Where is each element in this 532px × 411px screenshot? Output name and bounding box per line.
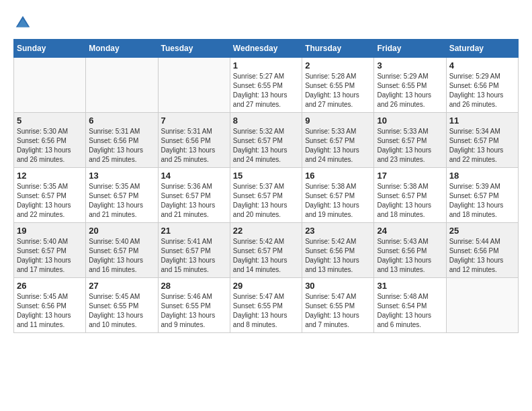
calendar-cell: 17Sunrise: 5:38 AM Sunset: 6:57 PM Dayli… <box>374 168 446 223</box>
day-number: 7 <box>161 116 227 126</box>
calendar-week-row: 26Sunrise: 5:45 AM Sunset: 6:56 PM Dayli… <box>14 278 519 333</box>
weekday-header: Friday <box>374 40 446 58</box>
calendar-cell <box>158 58 230 113</box>
day-number: 23 <box>305 226 371 236</box>
day-info: Sunrise: 5:33 AM Sunset: 6:57 PM Dayligh… <box>305 127 371 165</box>
calendar-week-row: 12Sunrise: 5:35 AM Sunset: 6:57 PM Dayli… <box>14 168 519 223</box>
day-info: Sunrise: 5:33 AM Sunset: 6:57 PM Dayligh… <box>377 127 443 165</box>
logo <box>13 13 35 32</box>
calendar-cell: 16Sunrise: 5:38 AM Sunset: 6:57 PM Dayli… <box>302 168 374 223</box>
weekday-header: Sunday <box>14 40 86 58</box>
calendar-cell: 24Sunrise: 5:43 AM Sunset: 6:56 PM Dayli… <box>374 223 446 278</box>
day-number: 30 <box>305 281 371 291</box>
day-number: 28 <box>161 281 227 291</box>
day-info: Sunrise: 5:42 AM Sunset: 6:57 PM Dayligh… <box>233 237 299 275</box>
day-info: Sunrise: 5:39 AM Sunset: 6:57 PM Dayligh… <box>449 182 515 220</box>
day-info: Sunrise: 5:47 AM Sunset: 6:55 PM Dayligh… <box>233 292 299 330</box>
day-number: 13 <box>89 171 154 181</box>
day-info: Sunrise: 5:45 AM Sunset: 6:55 PM Dayligh… <box>89 292 154 330</box>
day-number: 21 <box>161 226 227 236</box>
day-info: Sunrise: 5:31 AM Sunset: 6:56 PM Dayligh… <box>161 127 227 165</box>
weekday-header-row: SundayMondayTuesdayWednesdayThursdayFrid… <box>14 40 519 58</box>
day-info: Sunrise: 5:27 AM Sunset: 6:55 PM Dayligh… <box>233 72 299 109</box>
calendar-cell: 31Sunrise: 5:48 AM Sunset: 6:54 PM Dayli… <box>374 278 446 333</box>
day-info: Sunrise: 5:44 AM Sunset: 6:56 PM Dayligh… <box>449 237 515 275</box>
calendar-week-row: 1Sunrise: 5:27 AM Sunset: 6:55 PM Daylig… <box>14 58 519 113</box>
day-info: Sunrise: 5:43 AM Sunset: 6:56 PM Dayligh… <box>377 237 443 275</box>
day-info: Sunrise: 5:29 AM Sunset: 6:56 PM Dayligh… <box>449 72 515 109</box>
day-number: 26 <box>17 281 83 291</box>
weekday-header: Saturday <box>446 40 518 58</box>
calendar-week-row: 19Sunrise: 5:40 AM Sunset: 6:57 PM Dayli… <box>14 223 519 278</box>
day-info: Sunrise: 5:35 AM Sunset: 6:57 PM Dayligh… <box>17 182 83 220</box>
weekday-header: Tuesday <box>158 40 230 58</box>
day-number: 18 <box>449 171 515 181</box>
day-info: Sunrise: 5:45 AM Sunset: 6:56 PM Dayligh… <box>17 292 83 330</box>
calendar-cell <box>14 58 86 113</box>
day-number: 19 <box>17 226 83 236</box>
calendar-cell: 15Sunrise: 5:37 AM Sunset: 6:57 PM Dayli… <box>230 168 302 223</box>
day-info: Sunrise: 5:36 AM Sunset: 6:57 PM Dayligh… <box>161 182 227 220</box>
day-number: 8 <box>233 116 299 126</box>
weekday-header: Thursday <box>302 40 374 58</box>
day-info: Sunrise: 5:40 AM Sunset: 6:57 PM Dayligh… <box>89 237 154 275</box>
day-info: Sunrise: 5:34 AM Sunset: 6:57 PM Dayligh… <box>449 127 515 165</box>
day-number: 14 <box>161 171 227 181</box>
day-info: Sunrise: 5:38 AM Sunset: 6:57 PM Dayligh… <box>377 182 443 220</box>
calendar-cell: 6Sunrise: 5:31 AM Sunset: 6:56 PM Daylig… <box>86 113 158 168</box>
calendar-cell: 22Sunrise: 5:42 AM Sunset: 6:57 PM Dayli… <box>230 223 302 278</box>
day-number: 16 <box>305 171 371 181</box>
calendar-cell: 8Sunrise: 5:32 AM Sunset: 6:57 PM Daylig… <box>230 113 302 168</box>
calendar-cell <box>446 278 518 333</box>
calendar-cell: 13Sunrise: 5:35 AM Sunset: 6:57 PM Dayli… <box>86 168 158 223</box>
calendar-cell <box>86 58 158 113</box>
day-number: 9 <box>305 116 371 126</box>
calendar-cell: 19Sunrise: 5:40 AM Sunset: 6:57 PM Dayli… <box>14 223 86 278</box>
weekday-header: Monday <box>86 40 158 58</box>
day-number: 10 <box>377 116 443 126</box>
day-info: Sunrise: 5:37 AM Sunset: 6:57 PM Dayligh… <box>233 182 299 220</box>
calendar-cell: 10Sunrise: 5:33 AM Sunset: 6:57 PM Dayli… <box>374 113 446 168</box>
calendar-cell: 29Sunrise: 5:47 AM Sunset: 6:55 PM Dayli… <box>230 278 302 333</box>
day-info: Sunrise: 5:46 AM Sunset: 6:55 PM Dayligh… <box>161 292 227 330</box>
day-info: Sunrise: 5:47 AM Sunset: 6:55 PM Dayligh… <box>305 292 371 330</box>
calendar-cell: 30Sunrise: 5:47 AM Sunset: 6:55 PM Dayli… <box>302 278 374 333</box>
day-info: Sunrise: 5:35 AM Sunset: 6:57 PM Dayligh… <box>89 182 154 220</box>
calendar-cell: 2Sunrise: 5:28 AM Sunset: 6:55 PM Daylig… <box>302 58 374 113</box>
day-info: Sunrise: 5:38 AM Sunset: 6:57 PM Dayligh… <box>305 182 371 220</box>
calendar-table: SundayMondayTuesdayWednesdayThursdayFrid… <box>13 39 519 333</box>
calendar-cell: 26Sunrise: 5:45 AM Sunset: 6:56 PM Dayli… <box>14 278 86 333</box>
day-number: 31 <box>377 281 443 291</box>
day-info: Sunrise: 5:40 AM Sunset: 6:57 PM Dayligh… <box>17 237 83 275</box>
day-info: Sunrise: 5:48 AM Sunset: 6:54 PM Dayligh… <box>377 292 443 330</box>
day-number: 1 <box>233 60 299 71</box>
calendar-cell: 3Sunrise: 5:29 AM Sunset: 6:55 PM Daylig… <box>374 58 446 113</box>
calendar-cell: 20Sunrise: 5:40 AM Sunset: 6:57 PM Dayli… <box>86 223 158 278</box>
day-number: 3 <box>377 60 443 71</box>
day-number: 5 <box>17 116 83 126</box>
calendar-week-row: 5Sunrise: 5:30 AM Sunset: 6:56 PM Daylig… <box>14 113 519 168</box>
day-number: 6 <box>89 116 154 126</box>
day-info: Sunrise: 5:31 AM Sunset: 6:56 PM Dayligh… <box>89 127 154 165</box>
calendar-cell: 28Sunrise: 5:46 AM Sunset: 6:55 PM Dayli… <box>158 278 230 333</box>
calendar-cell: 4Sunrise: 5:29 AM Sunset: 6:56 PM Daylig… <box>446 58 518 113</box>
calendar-cell: 9Sunrise: 5:33 AM Sunset: 6:57 PM Daylig… <box>302 113 374 168</box>
day-number: 4 <box>449 60 515 71</box>
day-info: Sunrise: 5:29 AM Sunset: 6:55 PM Dayligh… <box>377 72 443 109</box>
day-info: Sunrise: 5:32 AM Sunset: 6:57 PM Dayligh… <box>233 127 299 165</box>
calendar-cell: 21Sunrise: 5:41 AM Sunset: 6:57 PM Dayli… <box>158 223 230 278</box>
day-number: 2 <box>305 60 371 71</box>
calendar-cell: 23Sunrise: 5:42 AM Sunset: 6:56 PM Dayli… <box>302 223 374 278</box>
calendar-cell: 5Sunrise: 5:30 AM Sunset: 6:56 PM Daylig… <box>14 113 86 168</box>
day-info: Sunrise: 5:42 AM Sunset: 6:56 PM Dayligh… <box>305 237 371 275</box>
day-number: 22 <box>233 226 299 236</box>
page-header <box>13 13 519 32</box>
calendar-cell: 25Sunrise: 5:44 AM Sunset: 6:56 PM Dayli… <box>446 223 518 278</box>
calendar-cell: 14Sunrise: 5:36 AM Sunset: 6:57 PM Dayli… <box>158 168 230 223</box>
weekday-header: Wednesday <box>230 40 302 58</box>
day-number: 17 <box>377 171 443 181</box>
day-info: Sunrise: 5:30 AM Sunset: 6:56 PM Dayligh… <box>17 127 83 165</box>
calendar-cell: 27Sunrise: 5:45 AM Sunset: 6:55 PM Dayli… <box>86 278 158 333</box>
calendar-cell: 1Sunrise: 5:27 AM Sunset: 6:55 PM Daylig… <box>230 58 302 113</box>
day-number: 27 <box>89 281 154 291</box>
